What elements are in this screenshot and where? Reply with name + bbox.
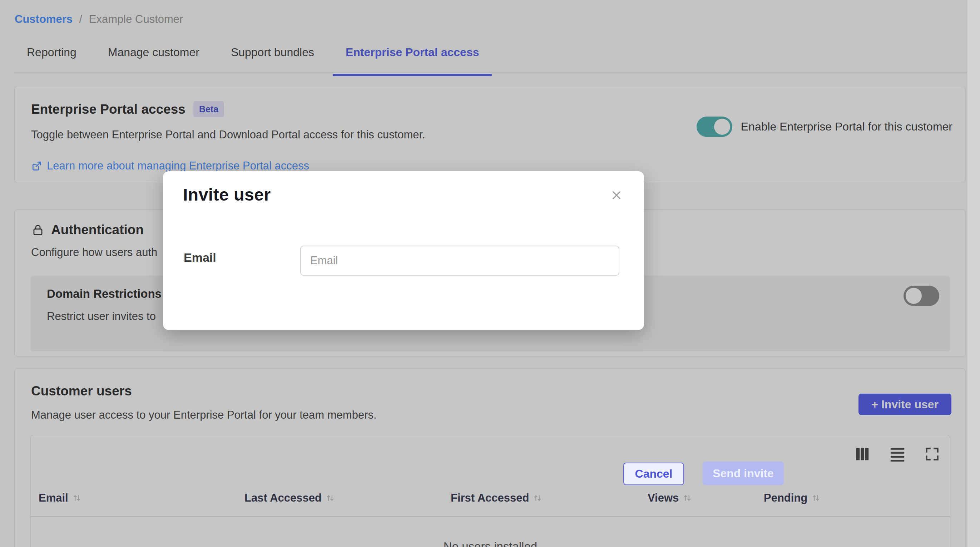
- invite-user-modal: Invite user Email Cancel Send invite: [163, 171, 644, 330]
- scrollbar-track[interactable]: [967, 0, 980, 547]
- close-icon[interactable]: [610, 188, 623, 203]
- send-invite-button[interactable]: Send invite: [703, 462, 784, 485]
- email-input[interactable]: [300, 246, 619, 276]
- modal-title: Invite user: [183, 185, 271, 204]
- cancel-button[interactable]: Cancel: [623, 462, 684, 485]
- email-field-label: Email: [184, 250, 216, 265]
